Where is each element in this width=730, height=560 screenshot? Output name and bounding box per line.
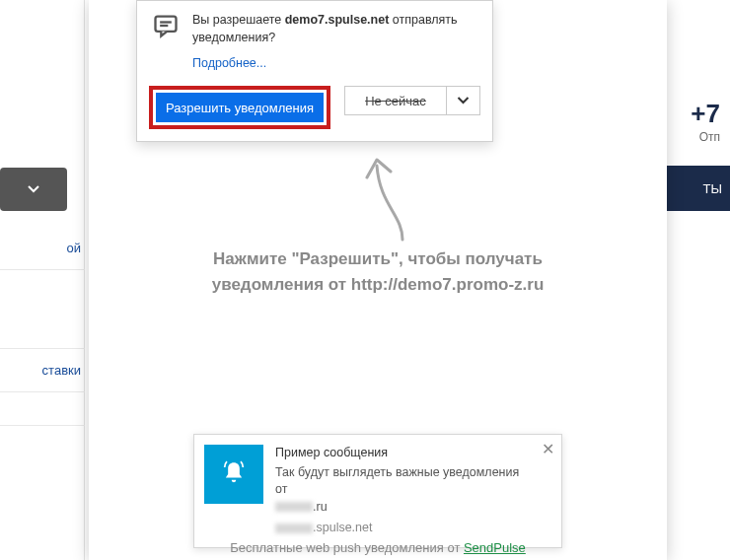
sendpulse-link[interactable]: SendPulse bbox=[464, 540, 526, 555]
allow-notifications-button[interactable]: Разрешить уведомления bbox=[156, 93, 324, 122]
blurred-text bbox=[275, 524, 313, 533]
permission-more-link[interactable]: Подробнее... bbox=[192, 56, 492, 70]
permission-body: Вы разрешаете demo7.spulse.net отправлят… bbox=[137, 1, 492, 50]
bg-phone-number: +7 bbox=[691, 99, 720, 129]
instruction-text: Нажмите "Разрешить", чтобы получать увед… bbox=[89, 246, 667, 297]
not-now-button[interactable]: Не сейчас bbox=[344, 86, 447, 115]
highlight-box: Разрешить уведомления bbox=[149, 86, 330, 129]
permission-icon-wrap bbox=[151, 11, 181, 40]
notification-body: Так будут выглядеть важные уведомления о… bbox=[275, 464, 526, 499]
sidebar-item[interactable]: ставки bbox=[0, 349, 85, 392]
svg-rect-0 bbox=[156, 17, 177, 32]
chat-bubble-icon bbox=[152, 12, 180, 39]
notification-content: Пример сообщения Так будут выглядеть важ… bbox=[273, 435, 534, 547]
permission-prompt: Вы разрешаете demo7.spulse.net отправлят… bbox=[136, 0, 493, 142]
bg-dropdown-button[interactable] bbox=[0, 168, 67, 211]
sidebar-item[interactable] bbox=[0, 270, 85, 349]
notification-sender: .spulse.net bbox=[275, 520, 526, 537]
permission-buttons: Разрешить уведомления Не сейчас bbox=[137, 78, 492, 141]
sidebar-item[interactable] bbox=[0, 392, 85, 426]
bg-header-tab-label: ТЫ bbox=[703, 181, 722, 196]
not-now-dropdown[interactable] bbox=[447, 86, 480, 115]
sidebar-item[interactable]: ой bbox=[0, 227, 85, 270]
bg-header-tab[interactable]: ТЫ bbox=[661, 166, 730, 211]
not-now-button-group: Не сейчас bbox=[344, 86, 480, 129]
instruction-line-1: Нажмите "Разрешить", чтобы получать bbox=[89, 246, 667, 272]
footer-credit: Бесплатные web push уведомления от SendP… bbox=[89, 540, 667, 555]
bg-left-column: ой ставки bbox=[0, 0, 85, 560]
notification-icon-box bbox=[204, 445, 263, 504]
bg-sidebar: ой ставки bbox=[0, 227, 85, 426]
close-icon: ✕ bbox=[542, 440, 554, 458]
instruction-line-2: уведомления от http://demo7.promo-z.ru bbox=[89, 272, 667, 298]
caret-down-icon bbox=[28, 185, 39, 193]
bg-phone-sublabel: Отп bbox=[699, 130, 720, 144]
sample-notification: Пример сообщения Так будут выглядеть важ… bbox=[193, 434, 562, 548]
permission-text: Вы разрешаете demo7.spulse.net отправлят… bbox=[192, 11, 478, 46]
permission-domain: demo7.spulse.net bbox=[285, 13, 390, 27]
chevron-down-icon bbox=[457, 97, 470, 105]
notification-title: Пример сообщения bbox=[275, 445, 526, 462]
notification-close-button[interactable]: ✕ bbox=[534, 435, 561, 462]
instruction-arrow bbox=[365, 146, 434, 245]
notification-body-line2: .ru bbox=[275, 499, 526, 517]
blurred-text bbox=[275, 502, 313, 512]
bell-icon bbox=[220, 460, 248, 488]
